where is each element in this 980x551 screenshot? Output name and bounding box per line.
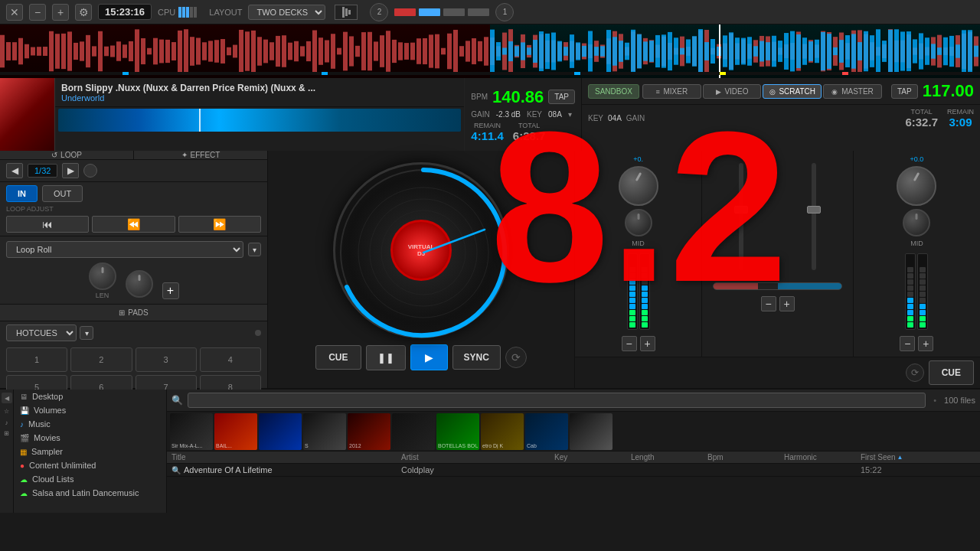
sidebar-item-music[interactable]: ♪ Music bbox=[14, 417, 166, 431]
fader-left-thumb[interactable] bbox=[734, 206, 748, 214]
sidebar-item-content[interactable]: ● Content Unlimited bbox=[14, 458, 166, 472]
fader-left[interactable] bbox=[739, 163, 743, 270]
loop-set-btn[interactable] bbox=[83, 164, 97, 178]
crossfader[interactable] bbox=[713, 282, 843, 290]
cue-right-button[interactable]: CUE bbox=[929, 360, 974, 385]
album-thumb-5[interactable]: 2012 bbox=[348, 413, 390, 450]
effect-knob-2[interactable] bbox=[126, 270, 153, 298]
loop-section-tab[interactable]: ↺ LOOP bbox=[0, 151, 134, 159]
search-input[interactable] bbox=[188, 393, 926, 408]
album-thumb-9[interactable]: Cab bbox=[525, 413, 568, 450]
sidebar-item-movies[interactable]: 🎬 Movies bbox=[14, 431, 166, 445]
in-button[interactable]: IN bbox=[6, 185, 38, 202]
album-thumb-4[interactable]: S bbox=[303, 413, 346, 450]
mixer-tab-mixer[interactable]: ≡ MIXER bbox=[642, 84, 701, 99]
sidebar-tab-3[interactable]: ⊞ bbox=[3, 431, 10, 436]
svg-rect-222 bbox=[870, 35, 874, 67]
deck-indicator-1: 1 bbox=[495, 3, 514, 21]
pad-3[interactable]: 3 bbox=[136, 347, 197, 372]
right-mid-knob[interactable] bbox=[903, 209, 930, 236]
minimize-btn[interactable]: − bbox=[29, 4, 46, 21]
loop-prev-btn[interactable]: ◀ bbox=[6, 163, 23, 178]
sidebar-item-desktop[interactable]: 🖥 Desktop bbox=[14, 390, 166, 403]
left-gain-knob[interactable] bbox=[619, 166, 658, 206]
loop-adj-back[interactable]: ⏪ bbox=[92, 216, 175, 233]
fader-right[interactable] bbox=[812, 163, 816, 270]
left-plus-btn[interactable]: + bbox=[640, 336, 655, 351]
tap-button[interactable]: TAP bbox=[548, 90, 575, 104]
sandbox-button[interactable]: SANDBOX bbox=[588, 84, 639, 99]
mixer-tab-master[interactable]: ◉ MASTER bbox=[823, 84, 882, 99]
right-gain-knob[interactable] bbox=[897, 166, 936, 206]
svg-rect-186 bbox=[649, 41, 654, 62]
fader-right-thumb[interactable] bbox=[807, 206, 821, 214]
mixer-tab-scratch[interactable]: ◎ SCRATCH bbox=[763, 84, 822, 99]
sidebar-item-volumes[interactable]: 💾 Volumes bbox=[14, 403, 166, 417]
effect-plus-btn[interactable]: + bbox=[162, 282, 179, 299]
svg-rect-171 bbox=[557, 41, 562, 62]
sidebar-tab-1[interactable]: ☆ bbox=[3, 408, 10, 415]
xfader-plus-btn[interactable]: + bbox=[779, 296, 795, 311]
svg-rect-47 bbox=[288, 43, 292, 60]
key-dropdown[interactable]: ▾ bbox=[568, 110, 572, 119]
loop-adj-rewind[interactable]: ⏮ bbox=[6, 216, 89, 233]
effect-type-select[interactable]: Loop Roll bbox=[6, 241, 243, 258]
svg-rect-5 bbox=[31, 47, 35, 56]
hotcues-select[interactable]: HOTCUES bbox=[6, 324, 77, 341]
album-thumb-2[interactable]: BAIL... bbox=[214, 413, 257, 450]
thumb-label-9: Cab bbox=[527, 443, 537, 448]
table-row[interactable]: 🔍 Adventure Of A Lifetime Coldplay 15:22 bbox=[167, 464, 980, 477]
loop-adj-forward[interactable]: ⏩ bbox=[178, 216, 261, 233]
right-plus-btn[interactable]: + bbox=[918, 336, 933, 351]
waveform-toggle[interactable] bbox=[335, 5, 358, 20]
right-tap-button[interactable]: TAP bbox=[891, 84, 918, 99]
effect-section-tab[interactable]: ✦ EFFECT bbox=[134, 151, 267, 159]
sync-button[interactable]: SYNC bbox=[452, 345, 501, 370]
vu-seg-mid bbox=[629, 292, 635, 297]
hotcues-dropdown[interactable]: ▾ bbox=[80, 326, 93, 340]
album-thumb-6[interactable] bbox=[392, 413, 435, 450]
effect-dropdown-btn[interactable]: ▾ bbox=[248, 243, 261, 256]
settings-btn[interactable]: ⚙ bbox=[75, 4, 92, 21]
pad-4[interactable]: 4 bbox=[200, 347, 261, 372]
waveform-bottom-bar bbox=[0, 72, 980, 75]
sidebar-item-salsa[interactable]: ☁ Salsa and Latin Dancemusic bbox=[14, 486, 166, 500]
right-keylock-button[interactable]: ⟳ bbox=[906, 364, 924, 382]
mini-waveform[interactable] bbox=[58, 109, 461, 132]
sidebar-tab-2[interactable]: ♪ bbox=[3, 419, 10, 426]
svg-rect-52 bbox=[318, 37, 323, 65]
svg-rect-43 bbox=[263, 40, 268, 64]
close-btn[interactable]: ✕ bbox=[6, 4, 23, 21]
cue-left-button[interactable]: CUE bbox=[315, 345, 361, 370]
left-minus-btn[interactable]: − bbox=[622, 336, 637, 351]
album-thumb-1[interactable]: Sir Mix-A-L... bbox=[170, 413, 213, 450]
sidebar-item-sampler[interactable]: ▦ Sampler bbox=[14, 445, 166, 458]
mixer-tab-video[interactable]: ▶ VIDEO bbox=[703, 84, 762, 99]
svg-rect-2 bbox=[12, 42, 17, 60]
sidebar-item-cloud[interactable]: ☁ Cloud Lists bbox=[14, 472, 166, 486]
vu-seg-low bbox=[629, 316, 635, 321]
loop-next-btn[interactable]: ▶ bbox=[62, 163, 79, 178]
pad-2[interactable]: 2 bbox=[70, 347, 132, 372]
album-thumb-10[interactable] bbox=[570, 413, 612, 450]
len-knob[interactable] bbox=[89, 262, 116, 290]
album-thumb-8[interactable]: etro Dj K bbox=[481, 413, 524, 450]
remain-block: REMAIN 4:11.4 bbox=[471, 122, 504, 142]
right-minus-btn[interactable]: − bbox=[900, 336, 915, 351]
play-button[interactable]: ▶ bbox=[410, 344, 448, 370]
xfader-minus-btn[interactable]: − bbox=[761, 296, 776, 311]
album-thumb-3[interactable] bbox=[259, 413, 302, 450]
pause-button[interactable]: ❚❚ bbox=[366, 345, 406, 370]
overview-waveform[interactable]: // Will be rendered by post-load script bbox=[0, 24, 980, 78]
left-deck-info: Born Slippy .Nuxx (Nuxx & Darren Price R… bbox=[55, 78, 464, 151]
left-mid-knob[interactable] bbox=[625, 209, 652, 236]
keylock-button[interactable]: ⟳ bbox=[505, 347, 527, 368]
album-thumb-7[interactable]: BOTELLAS BOUNCE bbox=[436, 413, 479, 450]
out-button[interactable]: OUT bbox=[42, 185, 83, 202]
pad-1[interactable]: 1 bbox=[6, 347, 67, 372]
maximize-btn[interactable]: + bbox=[52, 4, 69, 21]
layout-select[interactable]: TWO DECKS bbox=[248, 5, 325, 20]
vu-seg-off bbox=[907, 292, 913, 297]
turntable[interactable]: VIRTUALDJ bbox=[333, 162, 509, 338]
sidebar-collapse-btn[interactable]: ◀ bbox=[2, 393, 12, 403]
